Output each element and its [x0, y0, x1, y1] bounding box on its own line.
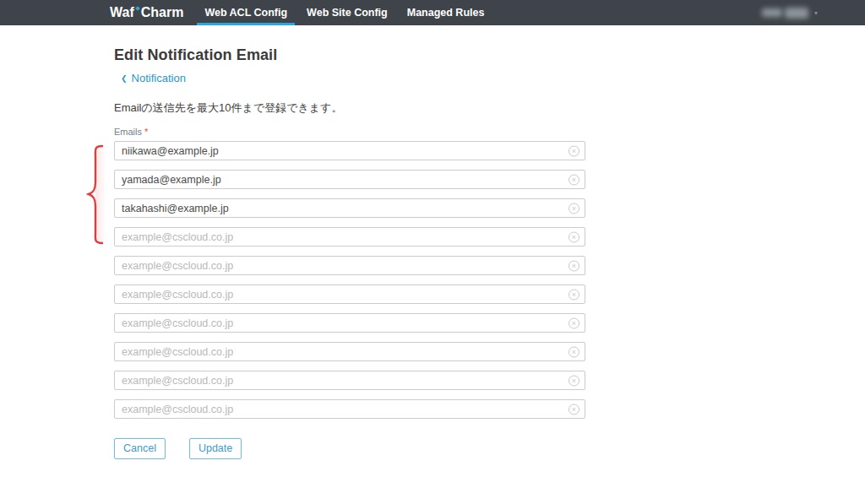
back-link-notification[interactable]: ❮ Notification	[121, 72, 186, 84]
email-input-1[interactable]	[114, 141, 585, 160]
email-input-4[interactable]	[114, 227, 585, 247]
clear-icon[interactable]: ×	[569, 203, 579, 214]
user-menu[interactable]: ▾	[762, 0, 818, 25]
back-link-label: Notification	[132, 72, 186, 84]
logo-dot-icon	[135, 6, 140, 11]
email-row-8: ×	[114, 342, 585, 361]
email-input-10[interactable]	[114, 399, 585, 419]
clear-icon[interactable]: ×	[569, 375, 579, 386]
email-row-5: ×	[114, 256, 585, 275]
clear-icon[interactable]: ×	[569, 346, 579, 357]
form-buttons: Cancel Update	[114, 428, 865, 459]
email-row-3: ×	[114, 198, 585, 218]
tab-managed-rules[interactable]: Managed Rules	[400, 0, 492, 25]
email-row-1: ×	[114, 141, 585, 160]
clear-icon[interactable]: ×	[569, 174, 579, 185]
clear-icon[interactable]: ×	[569, 145, 579, 156]
logo-word-1: Waf	[110, 5, 134, 20]
email-input-2[interactable]	[114, 170, 585, 189]
clear-icon[interactable]: ×	[569, 231, 579, 242]
wafcharm-logo[interactable]: WafCharm	[110, 0, 183, 25]
redacted-username	[762, 8, 782, 17]
email-row-6: ×	[114, 285, 585, 304]
update-button[interactable]: Update	[189, 438, 242, 459]
email-input-9[interactable]	[114, 371, 585, 390]
email-input-3[interactable]	[114, 198, 585, 218]
annotation-brace	[86, 144, 106, 246]
clear-icon[interactable]: ×	[569, 404, 579, 415]
email-input-5[interactable]	[114, 256, 585, 275]
email-row-2: ×	[114, 170, 585, 189]
cancel-button[interactable]: Cancel	[114, 438, 166, 459]
email-row-4: ×	[114, 227, 585, 247]
email-row-9: ×	[114, 371, 585, 390]
clear-icon[interactable]: ×	[569, 317, 579, 328]
email-row-10: ×	[114, 399, 585, 419]
redacted-username	[785, 8, 808, 19]
email-input-6[interactable]	[114, 285, 585, 304]
tab-web-site-config[interactable]: Web Site Config	[299, 0, 395, 25]
chevron-left-icon: ❮	[121, 74, 128, 83]
clear-icon[interactable]: ×	[569, 289, 579, 300]
clear-icon[interactable]: ×	[569, 260, 579, 271]
page-title: Edit Notification Email	[114, 46, 865, 64]
email-row-7: ×	[114, 313, 585, 333]
tab-web-acl-config[interactable]: Web ACL Config	[197, 0, 295, 25]
top-nav: WafCharm Web ACL Config Web Site Config …	[0, 0, 865, 25]
email-input-7[interactable]	[114, 313, 585, 333]
emails-label: Emails*	[114, 127, 865, 137]
logo-word-2: Charm	[141, 5, 184, 20]
required-asterisk: *	[144, 127, 148, 137]
main-content: Edit Notification Email ❮ Notification E…	[0, 25, 865, 459]
email-input-8[interactable]	[114, 342, 585, 361]
caret-down-icon: ▾	[814, 9, 818, 17]
form-description: Emailの送信先を最大10件まで登録できます。	[114, 100, 865, 116]
emails-form: Emails* × × × × × × ×	[114, 127, 865, 459]
